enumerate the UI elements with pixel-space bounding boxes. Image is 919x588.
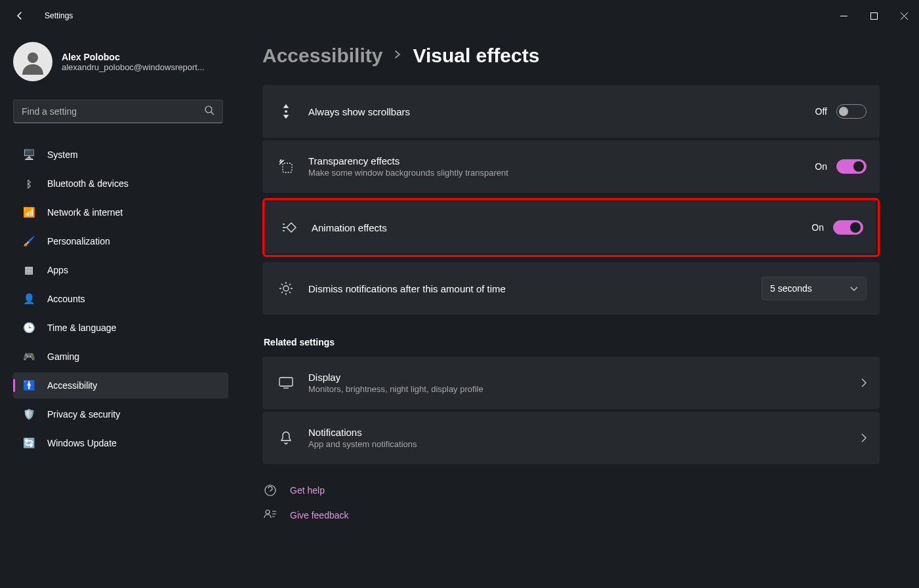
notifications-sub: App and system notifications [308, 439, 861, 449]
sidebar-item-accounts[interactable]: 👤Accounts [13, 286, 228, 312]
scrollbars-title: Always show scrollbars [308, 106, 815, 117]
sidebar: Alex Poloboc alexandru_poloboc@windowsre… [0, 31, 236, 588]
sidebar-item-time[interactable]: 🕒Time & language [13, 315, 228, 341]
apps-icon: ▦ [22, 264, 35, 277]
animation-state: On [811, 222, 824, 233]
dismiss-icon [276, 281, 296, 296]
svg-point-6 [283, 286, 289, 291]
give-feedback-link[interactable]: Give feedback [262, 509, 880, 522]
get-help-text: Get help [290, 485, 325, 496]
breadcrumb: Accessibility Visual effects [262, 45, 880, 67]
profile-email: alexandru_poloboc@windowsreport... [62, 62, 205, 72]
privacy-icon: 🛡️ [22, 408, 35, 421]
dismiss-value: 5 seconds [770, 283, 812, 294]
update-icon: 🔄 [22, 437, 35, 450]
display-icon [276, 377, 296, 389]
sidebar-item-label: Network & internet [47, 207, 123, 218]
highlight-box: Animation effects On [262, 198, 880, 257]
transparency-toggle[interactable] [836, 159, 867, 174]
sidebar-item-bluetooth[interactable]: ᛒBluetooth & devices [13, 170, 228, 197]
gaming-icon: 🎮 [22, 350, 35, 363]
breadcrumb-parent[interactable]: Accessibility [262, 45, 382, 67]
transparency-state: On [815, 161, 827, 172]
minimize-button[interactable] [828, 5, 859, 26]
transparency-icon [276, 159, 296, 174]
svg-point-4 [285, 111, 287, 112]
dismiss-card: Dismiss notifications after this amount … [262, 262, 880, 315]
sidebar-item-label: Privacy & security [47, 409, 120, 420]
scrollbars-state: Off [815, 106, 827, 117]
help-icon [262, 484, 278, 497]
feedback-icon [262, 509, 278, 522]
chevron-right-icon [393, 50, 402, 62]
back-button[interactable] [13, 9, 26, 22]
display-title: Display [308, 372, 861, 383]
sidebar-item-label: Accessibility [47, 380, 97, 391]
bluetooth-icon: ᛒ [22, 177, 35, 190]
breadcrumb-current: Visual effects [413, 45, 539, 67]
personalization-icon: 🖌️ [22, 235, 35, 248]
system-icon: 🖥️ [22, 148, 35, 161]
notifications-card[interactable]: Notifications App and system notificatio… [262, 412, 880, 464]
svg-rect-1 [870, 12, 877, 19]
network-icon: 📶 [22, 206, 35, 219]
sidebar-item-label: Personalization [47, 236, 110, 246]
nav-list: 🖥️SystemᛒBluetooth & devices📶Network & i… [13, 142, 236, 456]
sidebar-item-label: Time & language [47, 323, 116, 333]
get-help-link[interactable]: Get help [262, 484, 880, 497]
transparency-sub: Make some window backgrounds slightly tr… [308, 168, 815, 178]
animation-icon [279, 222, 300, 233]
profile-name: Alex Poloboc [62, 52, 205, 62]
titlebar: Settings [0, 0, 919, 31]
app-title: Settings [45, 11, 73, 20]
sidebar-item-label: Windows Update [47, 438, 117, 448]
chevron-right-icon [861, 433, 867, 442]
main-content: Accessibility Visual effects Always show… [236, 31, 919, 588]
svg-rect-7 [279, 378, 293, 386]
scrollbars-toggle[interactable] [836, 104, 867, 119]
svg-point-3 [205, 106, 212, 113]
give-feedback-text: Give feedback [290, 510, 349, 520]
animation-title: Animation effects [312, 222, 811, 233]
sidebar-item-update[interactable]: 🔄Windows Update [13, 430, 228, 456]
svg-rect-5 [283, 163, 292, 172]
sidebar-item-personalization[interactable]: 🖌️Personalization [13, 228, 228, 254]
accounts-icon: 👤 [22, 292, 35, 305]
sidebar-item-gaming[interactable]: 🎮Gaming [13, 343, 228, 370]
sidebar-item-label: Apps [47, 265, 68, 275]
sidebar-item-label: Gaming [47, 351, 79, 362]
close-button[interactable] [889, 5, 919, 26]
time-icon: 🕒 [22, 321, 35, 334]
sidebar-item-label: Accounts [47, 294, 85, 304]
sidebar-item-apps[interactable]: ▦Apps [13, 257, 228, 283]
dismiss-dropdown[interactable]: 5 seconds [762, 277, 867, 300]
svg-rect-0 [840, 16, 848, 16]
sidebar-item-label: System [47, 149, 78, 160]
transparency-title: Transparency effects [308, 155, 815, 167]
transparency-card: Transparency effects Make some window ba… [262, 140, 880, 193]
animation-card: Animation effects On [266, 201, 876, 254]
bell-icon [276, 431, 296, 445]
sidebar-item-privacy[interactable]: 🛡️Privacy & security [13, 401, 228, 427]
search-field[interactable] [22, 106, 205, 117]
sidebar-item-accessibility[interactable]: 🚹Accessibility [13, 372, 228, 399]
search-input[interactable] [13, 100, 223, 123]
chevron-down-icon [850, 283, 858, 294]
chevron-right-icon [861, 378, 867, 387]
sidebar-item-network[interactable]: 📶Network & internet [13, 199, 228, 225]
display-sub: Monitors, brightness, night light, displ… [308, 384, 861, 394]
avatar [13, 42, 52, 81]
display-card[interactable]: Display Monitors, brightness, night ligh… [262, 357, 880, 409]
search-icon [205, 106, 214, 118]
maximize-button[interactable] [859, 5, 889, 26]
notifications-title: Notifications [308, 427, 861, 438]
scrollbars-card: Always show scrollbars Off [262, 85, 880, 138]
scrollbars-icon [276, 104, 296, 119]
accessibility-icon: 🚹 [22, 379, 35, 392]
sidebar-item-system[interactable]: 🖥️System [13, 142, 228, 168]
animation-toggle[interactable] [833, 220, 863, 235]
profile-block[interactable]: Alex Poloboc alexandru_poloboc@windowsre… [13, 42, 236, 81]
dismiss-title: Dismiss notifications after this amount … [308, 283, 762, 294]
svg-point-9 [266, 510, 270, 514]
svg-point-2 [28, 52, 38, 63]
